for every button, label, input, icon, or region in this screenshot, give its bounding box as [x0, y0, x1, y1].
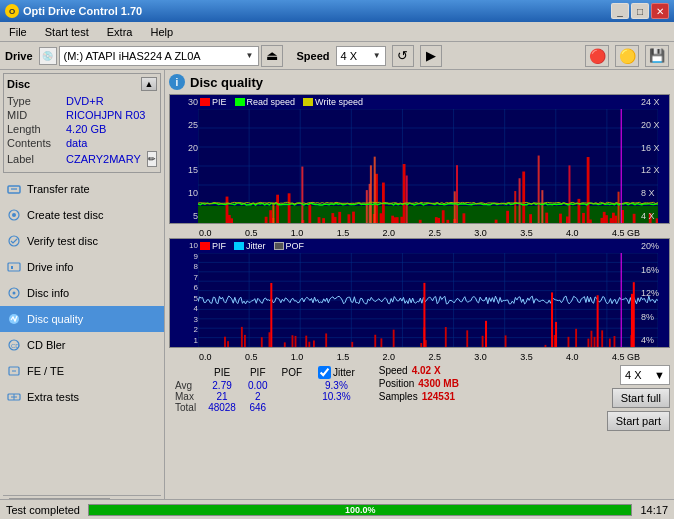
- samples-row: Samples 124531: [379, 391, 459, 402]
- drive-eject-button[interactable]: ⏏: [261, 45, 283, 67]
- position-text-label: Position: [379, 378, 415, 389]
- avg-pie: 2.79: [202, 380, 242, 391]
- verify-test-disc-icon: [6, 233, 22, 249]
- legend-write-speed: Write speed: [303, 97, 363, 107]
- svg-point-3: [12, 213, 16, 217]
- speed-dropdown-arrow: ▼: [373, 51, 381, 60]
- sidebar-item-extra-tests[interactable]: Extra tests: [0, 384, 164, 410]
- chart1-y-axis-right: 24 X20 X16 X12 X8 X4 X: [641, 95, 669, 223]
- refresh-button[interactable]: ↺: [392, 45, 414, 67]
- avg-jitter: 9.3%: [310, 380, 363, 391]
- chart1-x-axis: 0.00.51.01.52.02.53.03.54.04.5 GB: [169, 228, 670, 238]
- save-button[interactable]: 💾: [645, 45, 669, 67]
- drive-dropdown[interactable]: (M:) ATAPI iHAS224 A ZL0A ▼: [59, 46, 259, 66]
- extra-tests-label: Extra tests: [27, 391, 79, 403]
- max-pof: [274, 391, 311, 402]
- create-test-disc-label: Create test disc: [27, 209, 103, 221]
- disc-quality-label: Disc quality: [27, 313, 83, 325]
- jitter-checkbox-label[interactable]: Jitter: [318, 366, 355, 379]
- legend-jitter: Jitter: [234, 241, 266, 251]
- disc-type-label: Type: [7, 95, 62, 107]
- settings-button2[interactable]: 🟡: [615, 45, 639, 67]
- samples-text-label: Samples: [379, 391, 418, 402]
- svg-rect-5: [8, 263, 20, 271]
- bottom-time: 14:17: [640, 504, 668, 516]
- stats-table: PIE PIF POF Jitter Avg: [169, 365, 363, 413]
- chart2-legend: PIF Jitter POF: [200, 241, 304, 251]
- legend-pof: POF: [274, 241, 305, 251]
- extra-tests-icon: [6, 389, 22, 405]
- svg-rect-6: [11, 266, 13, 269]
- svg-point-8: [13, 292, 16, 295]
- speed-label: Speed: [297, 50, 330, 62]
- legend-pif-color: [200, 242, 210, 250]
- disc-type-value: DVD+R: [66, 95, 104, 107]
- sidebar-item-drive-info[interactable]: Drive info: [0, 254, 164, 280]
- sidebar-item-create-test-disc[interactable]: Create test disc: [0, 202, 164, 228]
- drive-select[interactable]: 💿 (M:) ATAPI iHAS224 A ZL0A ▼ ⏏: [39, 45, 283, 67]
- stats-row-avg: Avg 2.79 0.00 9.3%: [169, 380, 363, 391]
- total-pie: 48028: [202, 402, 242, 413]
- settings-button1[interactable]: 🔴: [585, 45, 609, 67]
- max-pif: 2: [242, 391, 274, 402]
- position-value: 4300 MB: [418, 378, 459, 389]
- menu-file[interactable]: File: [5, 25, 31, 39]
- title-bar: O Opti Drive Control 1.70 _ □ ✕: [0, 0, 674, 22]
- chart1-wrapper: PIE Read speed Write speed 30252015105: [169, 94, 670, 238]
- disc-info-label: Disc info: [27, 287, 69, 299]
- bottom-bar: Test completed 100.0% 14:17: [0, 499, 674, 519]
- sidebar-item-cd-bler[interactable]: CD CD Bler: [0, 332, 164, 358]
- total-pif: 646: [242, 402, 274, 413]
- play-button[interactable]: ▶: [420, 45, 442, 67]
- samples-value: 124531: [422, 391, 455, 402]
- close-button[interactable]: ✕: [651, 3, 669, 19]
- chart1: PIE Read speed Write speed 30252015105: [169, 94, 670, 224]
- speed-control-row: 4 X ▼: [620, 365, 670, 385]
- legend-pie-color: [200, 98, 210, 106]
- menu-bar: File Start test Extra Help: [0, 22, 674, 42]
- menu-extra[interactable]: Extra: [103, 25, 137, 39]
- start-part-button[interactable]: Start part: [607, 411, 670, 431]
- sidebar: Disc ▲ Type DVD+R MID RICOHJPN R03 Lengt…: [0, 70, 165, 519]
- chart2-y-axis-right: 20%16%12%8%4%: [641, 239, 669, 347]
- legend-read-speed-color: [235, 98, 245, 106]
- avg-label: Avg: [169, 380, 202, 391]
- sidebar-item-disc-quality[interactable]: Disc quality: [0, 306, 164, 332]
- progress-text: 100.0%: [345, 505, 376, 515]
- start-full-button[interactable]: Start full: [612, 388, 670, 408]
- total-label: Total: [169, 402, 202, 413]
- sidebar-item-verify-test-disc[interactable]: Verify test disc: [0, 228, 164, 254]
- sidebar-item-disc-info[interactable]: Disc info: [0, 280, 164, 306]
- maximize-button[interactable]: □: [631, 3, 649, 19]
- position-row: Position 4300 MB: [379, 378, 459, 389]
- disc-label-edit-button[interactable]: ✏: [147, 151, 157, 167]
- sidebar-item-fe-te[interactable]: FE / TE: [0, 358, 164, 384]
- disc-length-value: 4.20 GB: [66, 123, 106, 135]
- window-controls: _ □ ✕: [611, 3, 669, 19]
- content-header: i Disc quality: [169, 74, 670, 90]
- cd-bler-icon: CD: [6, 337, 22, 353]
- col-pif: PIF: [242, 365, 274, 380]
- minimize-button[interactable]: _: [611, 3, 629, 19]
- speed-text-label: Speed: [379, 365, 408, 376]
- menu-help[interactable]: Help: [146, 25, 177, 39]
- jitter-col-label: Jitter: [333, 367, 355, 378]
- menu-start-test[interactable]: Start test: [41, 25, 93, 39]
- jitter-checkbox[interactable]: [318, 366, 331, 379]
- disc-expand-button[interactable]: ▲: [141, 77, 157, 91]
- sidebar-item-transfer-rate[interactable]: Transfer rate: [0, 176, 164, 202]
- disc-label-label: Label: [7, 153, 62, 165]
- disc-info-icon: [6, 285, 22, 301]
- legend-jitter-color: [234, 242, 244, 250]
- progress-bar-container: 100.0%: [88, 504, 632, 516]
- speed-select-dropdown[interactable]: 4 X ▼: [620, 365, 670, 385]
- speed-dropdown[interactable]: 4 X ▼: [336, 46, 386, 66]
- disc-label-value: CZARY2MARY: [66, 153, 141, 165]
- transfer-rate-icon: [6, 181, 22, 197]
- disc-quality-icon: [6, 311, 22, 327]
- svg-point-4: [9, 236, 19, 246]
- content-title: Disc quality: [190, 75, 263, 90]
- drive-dropdown-arrow: ▼: [246, 51, 254, 60]
- chart2-x-axis: 0.00.51.01.52.02.53.03.54.04.5 GB: [169, 352, 670, 362]
- drive-info-icon: [6, 259, 22, 275]
